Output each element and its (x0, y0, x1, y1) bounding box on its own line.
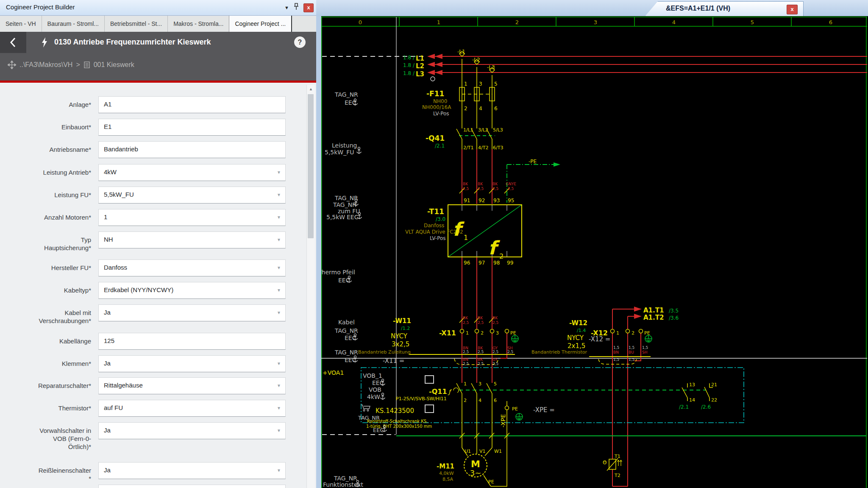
chevron-down-icon[interactable]: ▼ (277, 310, 281, 315)
schematic-label: 2/T1 (463, 145, 473, 151)
chevron-down-icon[interactable]: ▼ (277, 237, 281, 242)
schematic-drawing[interactable]: TAG_NREECLeistung5,5kW_FUTAG_NRTAG_NRzum… (316, 16, 868, 488)
schematic-document-tab[interactable]: &EFS=A1+E1/1 (VH) x (645, 1, 804, 16)
field-select-3[interactable]: 4kW▼ (98, 164, 286, 181)
schematic-label: T1 (614, 454, 620, 459)
field-select-13[interactable]: auf FU▼ (98, 400, 286, 417)
field-select-11[interactable]: Ja▼ (98, 355, 286, 372)
field-value: E1 (104, 123, 111, 130)
schematic-label: 14 (689, 397, 695, 403)
chevron-down-icon[interactable]: ▼ (277, 406, 281, 410)
schematic-label: 2 (632, 330, 634, 336)
schematic-label: 2,5 (463, 350, 469, 354)
field-value: A1 (104, 100, 111, 108)
schematic-label: W1 (494, 449, 502, 454)
field-select-7[interactable]: Danfoss▼ (98, 259, 286, 276)
schematic-label: 22 (711, 397, 717, 403)
field-select-6[interactable]: NH▼ (98, 231, 286, 248)
schematic-label: 2 (464, 398, 467, 403)
schematic-label: 2,5 (463, 362, 469, 366)
document-tab-label: &EFS=A1+E1/1 (VH) (666, 5, 730, 12)
schematic-label: Kabel (338, 319, 355, 326)
tab-0[interactable]: Seiten - VH (0, 16, 42, 32)
schematic-label: Θ (603, 460, 606, 466)
field-select-8[interactable]: Erdkabel (NYY/NYCWY)▼ (98, 282, 286, 299)
chevron-down-icon[interactable]: ▼ (277, 265, 281, 270)
schematic-label: TAG_NR (333, 201, 356, 208)
schematic-label: 5 (494, 381, 497, 387)
pin-icon[interactable] (293, 3, 299, 13)
field-select-9[interactable]: Ja▼ (98, 304, 286, 321)
field-select-15[interactable]: Ja▼ (98, 462, 286, 479)
field-label: Kabellänge (36, 333, 91, 345)
schematic-label: BN (613, 350, 619, 354)
field-label: Vorwahlschalter in VOB (Fern-0-Örtlich)* (36, 422, 91, 451)
field-value: auf FU (104, 404, 123, 411)
switch-tag-q11: -Q11 (429, 388, 447, 396)
field-input-2[interactable]: Bandantrieb (98, 141, 286, 158)
schematic-label: -L3 (487, 64, 495, 70)
chevron-down-icon[interactable]: ▼ (277, 361, 281, 366)
scrollbar-thumb[interactable] (308, 94, 314, 238)
schematic-canvas[interactable]: TAG_NREECLeistung5,5kW_FUTAG_NRTAG_NRzum… (316, 16, 868, 488)
form-scrollbar[interactable]: ▲ (306, 85, 315, 488)
schematic-label: 2,5 (492, 362, 498, 366)
schematic-label: BK (478, 316, 483, 320)
window-menu-icon[interactable]: ▼ (284, 3, 289, 12)
tab-4[interactable]: Cogineer Project ... (229, 16, 292, 32)
schematic-label: 1.8 / (403, 55, 415, 61)
field-input-16[interactable] (98, 485, 286, 488)
panel-header: 0130 Antriebe Frequenzumrichter Kieswerk… (0, 32, 316, 81)
tab-2[interactable]: Betriebsmittel - St... (104, 16, 167, 32)
panel-splitter[interactable] (316, 16, 321, 488)
field-select-5[interactable]: 1▼ (98, 209, 286, 226)
document-close-icon[interactable]: x (787, 5, 798, 14)
ruler-number: 1 (437, 19, 440, 25)
tab-1[interactable]: Bauraum - Stroml... (42, 16, 104, 32)
schematic-label: 21 (711, 382, 717, 388)
schematic-label: BK (463, 316, 468, 320)
schematic-label: 2,5 (478, 187, 484, 191)
field-select-12[interactable]: Rittalgehäuse▼ (98, 377, 286, 394)
field-select-14[interactable]: Ja▼ (98, 422, 286, 439)
schematic-label: NYCY (391, 332, 408, 340)
back-button[interactable] (0, 32, 26, 53)
field-label: Einbauort* (36, 119, 91, 131)
schematic-label: 2,5 (478, 362, 484, 366)
scroll-up-icon[interactable]: ▲ (307, 86, 315, 93)
help-button[interactable]: ? (294, 36, 306, 48)
target-a1t2: A1.T2 (643, 314, 664, 321)
chevron-down-icon[interactable]: ▼ (277, 215, 281, 220)
field-select-4[interactable]: 5,5kW_FU▼ (98, 187, 286, 204)
tab-3[interactable]: Makros - Stromla... (167, 16, 229, 32)
schematic-label: -XPE = (533, 406, 555, 414)
breadcrumb-path[interactable]: ..\FA3\Makros\VH (19, 61, 72, 69)
terminal-tag-xpe: -XPE (500, 414, 506, 427)
chevron-down-icon[interactable]: ▼ (277, 383, 281, 388)
chevron-down-icon[interactable]: ▼ (277, 170, 281, 175)
field-label: Anzahl Motoren* (36, 209, 91, 221)
schematic-label: /2.6 (701, 404, 711, 410)
schematic-label: 4 (479, 106, 482, 112)
schematic-label: M (471, 459, 480, 469)
terminal-tag-x11: -X11 (439, 329, 456, 337)
location-tag-voa1: +VOA1 (323, 369, 344, 376)
chevron-down-icon[interactable]: ▼ (277, 428, 281, 433)
chevron-down-icon[interactable]: ▼ (277, 288, 281, 293)
schematic-label: P1-25/V/SVB-SW/HI11 (396, 396, 447, 402)
breadcrumb-page[interactable]: 001 Kieswerk (94, 61, 134, 69)
close-icon[interactable]: x (303, 3, 314, 12)
schematic-label: 3 (479, 81, 482, 87)
field-label: Drehzahlwächter-Typ* (36, 485, 91, 488)
field-input-1[interactable]: E1 (98, 119, 286, 136)
field-input-0[interactable]: A1 (98, 96, 286, 113)
schematic-label: 2,5 (492, 350, 498, 354)
schematic-label: 1 (466, 330, 469, 336)
schematic-label: 1,5 (613, 346, 619, 350)
schematic-label: 1.8 / (403, 70, 415, 76)
field-input-10[interactable]: 125 (98, 333, 286, 350)
chevron-down-icon[interactable]: ▼ (277, 192, 281, 197)
schematic-label: 2,5 (478, 321, 484, 325)
schematic-label: 5 (494, 81, 498, 87)
chevron-down-icon[interactable]: ▼ (277, 468, 281, 473)
